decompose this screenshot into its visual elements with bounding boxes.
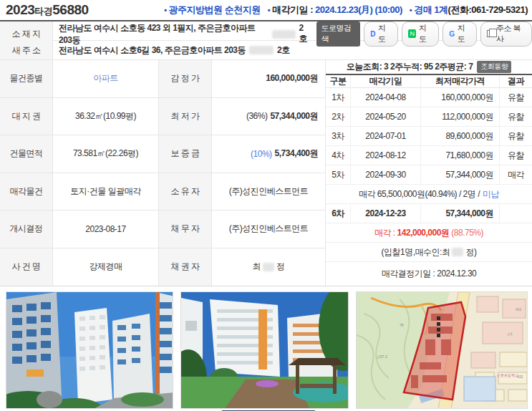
detail-row-type: 물건종별 아파트 감 정 가 160,000,000원 (0, 60, 326, 98)
auction-row-1: 1차 2024-04-08 160,000,000원 유찰 (326, 88, 532, 107)
sold-percentage: (88.75%) (451, 228, 483, 238)
svg-text:산1: 산1 (507, 332, 513, 336)
property-photo-exterior[interactable] (6, 291, 173, 409)
bullet-icon: • (268, 6, 270, 14)
decision-date: 매각결정기일 : 2024.12.30 (326, 262, 532, 286)
redacted-name (263, 263, 274, 271)
appraisal-value: 160,000,000원 (212, 60, 326, 97)
unpaid-link[interactable]: 미납 (483, 188, 499, 200)
apartment-courtyard-illustration (181, 292, 348, 409)
redacted-unit-number (272, 30, 295, 39)
view-trend-button[interactable]: 조회동향 (477, 61, 511, 73)
sale-type: 토지·건물 일괄매각 (53, 173, 159, 211)
auction-row-5: 5차 2024-09-30 57,344,000원 매각 (326, 165, 532, 185)
case-year: 2023 (6, 2, 34, 17)
table-body: 물건종별 아파트 감 정 가 160,000,000원 대 지 권 36.32㎡… (0, 60, 532, 286)
start-decision-date: 2023-08-17 (53, 211, 159, 248)
daum-map-icon: D (370, 30, 375, 38)
sale-date: • 매각기일 : 2024.12.23(月) (10:00) (268, 4, 402, 16)
detail-row-start: 개시결정 2023-08-17 채 무 자 (주)성진인베스트먼트 (0, 211, 326, 248)
road-address-value: 전라남도 여수시 소호6길 36, 주은금호아파트 203동 2호 (53, 41, 532, 59)
auction-history: 오늘조회: 3 2주누적: 95 2주평균: 7 조회동향 구분 매각기일 최저… (326, 60, 532, 286)
cadastral-map-illustration: 산57-278산1 412432 소호초등학교 (357, 292, 528, 409)
svg-text:412: 412 (516, 307, 522, 311)
creditor: 최 정 (212, 248, 326, 286)
redacted-unit-number (249, 46, 274, 54)
property-type-link[interactable]: 아파트 (93, 72, 118, 84)
svg-text:산57-2: 산57-2 (377, 354, 387, 359)
photo-strip: 산57-278산1 412432 소호초등학교 (0, 286, 532, 409)
auction-row-2: 2차 2024-05-20 112,000,000원 유찰 (326, 107, 532, 127)
view-stats-text: 오늘조회: 3 2주누적: 95 2주평균: 7 (347, 61, 473, 73)
land-area: 36.32㎡(10.99평) (53, 98, 159, 135)
road-address-row: 새 주 소 전라남도 여수시 소호6길 36, 주은금호아파트 203동 2호 (0, 41, 532, 60)
case-type: 타경 (34, 6, 52, 16)
google-map-icon: G (449, 30, 454, 38)
svg-text:78: 78 (400, 323, 404, 327)
bidders-note: (입찰1명,매수인:최 정) (326, 243, 532, 262)
auction-table-header: 구분 매각기일 최저매각가격 결과 (326, 74, 532, 88)
redacted-name (452, 248, 463, 256)
topbar: 2023타경56880 • 광주지방법원 순천지원 • 매각기일 : 2024.… (0, 0, 532, 20)
court-name: • 광주지방법원 순천지원 (164, 4, 260, 16)
case-name: 강제경매 (53, 248, 159, 286)
auction-detail-page: 2023타경56880 • 광주지방법원 순천지원 • 매각기일 : 2024.… (0, 0, 532, 411)
detail-row-casename: 사 건 명 강제경매 채 권 자 최 정 (0, 248, 326, 286)
view-stats: 오늘조회: 3 2주누적: 95 2주평균: 7 조회동향 (326, 60, 532, 74)
sold-price: 142,000,000원 (397, 227, 450, 239)
bullet-icon: • (164, 6, 166, 14)
auction-row-6: 6차 2024-12-23 57,344,000원 (326, 204, 532, 223)
cadastral-map[interactable]: 산57-278산1 412432 소호초등학교 (356, 291, 528, 409)
auction-row-4: 4차 2024-08-12 71,680,000원 유찰 (326, 146, 532, 165)
detail-row-land: 대 지 권 36.32㎡(10.99평) 최 저 가 (36%)57,344,0… (0, 98, 326, 136)
detail-row-saletype: 매각물건 토지·건물 일괄매각 소 유 자 (주)성진인베스트먼트 (0, 173, 326, 211)
auction-row-3: 3차 2024-07-01 89,600,000원 유찰 (326, 127, 532, 146)
minimum-price: (36%)57,344,000원 (212, 98, 326, 135)
deposit: (10%)5,734,400원 (212, 135, 326, 173)
owner: (주)성진인베스트먼트 (212, 173, 326, 211)
property-photo-courtyard[interactable] (180, 291, 348, 409)
unpaid-note: 매각 65,500,000원(40.94%) / 2명 / 미납 (326, 185, 532, 204)
naver-map-icon: N (408, 29, 416, 38)
detail-table: 물건종별 아파트 감 정 가 160,000,000원 대 지 권 36.32㎡… (0, 60, 326, 286)
sold-result: 매각 : 142,000,000원 (88.75%) (326, 223, 532, 243)
road-address-label: 새 주 소 (0, 41, 53, 59)
jibun-address-row: 소 재 지 전라남도 여수시 소호동 423 외 1필지, 주은금호아파트 20… (0, 21, 532, 41)
detail-row-building: 건물면적 73.581㎡(22.26평) 보 증 금 (10%)5,734,40… (0, 135, 326, 173)
svg-text:소호초등학교: 소호초등학교 (497, 373, 518, 377)
top-info: • 광주지방법원 순천지원 • 매각기일 : 2024.12.23(月) (10… (164, 4, 528, 16)
copy-icon (487, 30, 493, 37)
apartment-photo-illustration (6, 292, 173, 409)
court-dept: • 경매 1계(전화:061-729-5321) (410, 4, 528, 16)
case-number: 2023타경56880 (6, 2, 89, 18)
debtor: (주)성진인베스트먼트 (212, 211, 326, 248)
case-serial: 56880 (52, 2, 88, 17)
property-table: 소 재 지 전라남도 여수시 소호동 423 외 1필지, 주은금호아파트 20… (0, 20, 532, 286)
bullet-icon: • (410, 6, 412, 14)
building-area: 73.581㎡(22.26평) (53, 135, 159, 173)
